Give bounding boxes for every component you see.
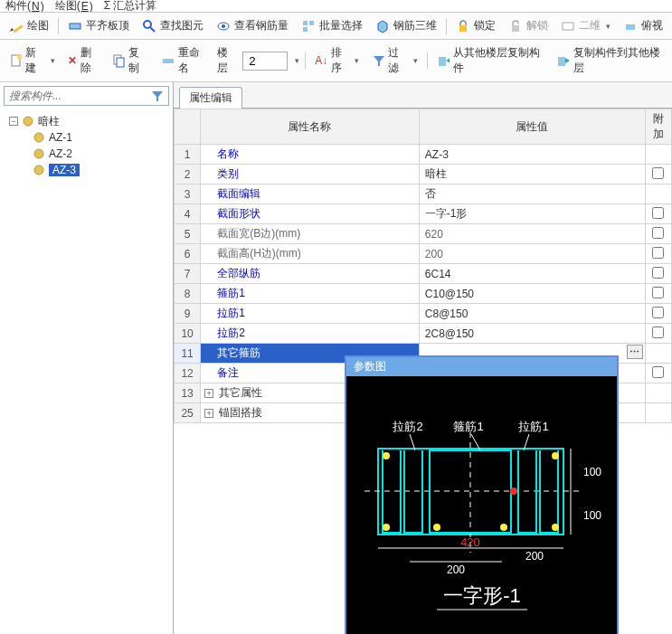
parameter-diagram-popup[interactable]: 参数图 [345,355,619,634]
export-icon [556,53,570,68]
component-tree[interactable]: − 暗柱 AZ-1 AZ-2 AZ-3 [0,109,173,182]
extra-checkbox[interactable] [652,267,664,279]
unlock-button[interactable]: 解锁 [505,16,552,35]
property-name[interactable]: 截面编辑 [201,185,420,204]
property-name[interactable]: 截面宽(B边)(mm) [201,224,420,244]
property-row[interactable]: 3截面编辑否 [175,185,672,204]
tree-root[interactable]: − 暗柱 [2,113,171,129]
batch-select-button[interactable]: 批量选择 [298,16,366,35]
search-input[interactable] [9,90,151,102]
new-button[interactable]: 新建▾ [5,43,59,78]
extra-cell[interactable] [645,224,671,244]
extra-cell[interactable] [645,244,671,264]
property-row[interactable]: 2类别暗柱 [175,165,672,185]
extra-cell[interactable] [645,204,671,224]
search-box[interactable] [4,86,169,106]
extra-cell[interactable] [645,284,671,304]
menu-draw[interactable]: 绘图(E) [55,0,93,12]
property-value[interactable]: 一字-1形 [419,204,645,224]
top-view-button[interactable]: 俯视 [620,16,667,35]
filter-button[interactable]: 过滤▾ [368,43,421,78]
property-name[interactable]: 名称 [201,145,420,165]
menu-bar[interactable]: 构件(N) 绘图(E) Σ 汇总计算 [0,0,672,13]
extra-checkbox[interactable] [652,307,664,318]
copy-from-floor-button[interactable]: 从其他楼层复制构件 [433,43,547,78]
property-row[interactable]: 10拉筋22C8@150 [175,324,672,344]
property-name[interactable]: 拉筋2 [201,324,420,344]
property-value[interactable]: C8@150 [419,304,645,324]
row-number: 3 [175,185,201,204]
extra-cell[interactable] [645,185,671,204]
row-number: 2 [175,165,201,185]
extra-cell[interactable] [645,165,671,185]
property-name[interactable]: 拉筋1 [201,304,420,324]
property-row[interactable]: 5截面宽(B边)(mm)620 [175,224,672,244]
svg-point-6 [222,24,225,28]
property-name[interactable]: 截面高(H边)(mm) [201,244,420,264]
extra-cell[interactable] [645,344,671,364]
align-icon [68,19,82,33]
property-name[interactable]: 箍筋1 [201,284,420,304]
property-value[interactable]: AZ-3 [419,145,645,165]
property-name[interactable]: 全部纵筋 [201,264,420,284]
property-row[interactable]: 1名称AZ-3 [175,145,672,165]
property-row[interactable]: 6截面高(H边)(mm)200 [175,244,672,264]
dropdown-icon[interactable]: ▾ [295,56,299,65]
property-value[interactable]: 620 [419,224,645,244]
floor-select[interactable] [242,52,288,71]
extra-checkbox[interactable] [652,287,664,298]
copy-to-floor-button[interactable]: 复制构件到其他楼层 [553,43,667,78]
tree-item[interactable]: AZ-2 [2,146,171,162]
property-row[interactable]: 4截面形状一字-1形 [175,204,672,224]
extra-checkbox[interactable] [652,167,664,179]
rename-button[interactable]: 重命名 [157,43,212,78]
collapse-icon[interactable]: − [9,117,18,126]
property-row[interactable]: 7全部纵筋6C14 [175,264,672,284]
extra-checkbox[interactable] [652,366,664,378]
sort-button[interactable]: A↓排序▾ [311,43,363,78]
extra-cell[interactable] [645,383,671,403]
extra-cell[interactable] [645,145,671,165]
extra-cell[interactable] [645,403,671,423]
align-slab-button[interactable]: 平齐板顶 [64,16,133,35]
lock-button[interactable]: 锁定 [452,16,499,35]
extra-checkbox[interactable] [652,227,664,239]
copy-button[interactable]: 复制 [109,43,153,78]
property-value[interactable]: 200 [419,244,645,264]
property-row[interactable]: 8箍筋1C10@150 [175,284,672,304]
extra-checkbox[interactable] [652,247,664,259]
extra-cell[interactable] [645,364,671,383]
menu-component[interactable]: 构件(N) [5,0,44,12]
expand-icon[interactable]: + [204,409,213,418]
more-button[interactable]: ⋯ [627,345,643,359]
tab-property-edit[interactable]: 属性编辑 [179,87,242,109]
property-value[interactable]: 否 [419,185,645,204]
extra-cell[interactable] [645,264,671,284]
popup-title[interactable]: 参数图 [346,357,617,376]
property-value[interactable]: 2C8@150 [419,324,645,344]
extra-checkbox[interactable] [652,207,664,219]
row-number: 11 [175,344,201,364]
rebar-3d-button[interactable]: 钢筋三维 [372,16,440,35]
funnel-icon[interactable] [151,90,164,102]
property-value[interactable]: 6C14 [419,264,645,284]
svg-rect-12 [512,25,519,32]
divider [427,52,428,69]
expand-icon[interactable]: + [204,389,213,398]
extra-cell[interactable] [645,304,671,324]
extra-cell[interactable] [645,324,671,344]
draw-button[interactable]: 绘图 [5,16,52,35]
property-name[interactable]: 截面形状 [201,204,420,224]
find-elem-button[interactable]: 查找图元 [138,16,207,35]
extra-checkbox[interactable] [652,326,664,338]
property-value[interactable]: 暗柱 [419,165,645,185]
property-row[interactable]: 9拉筋1C8@150 [175,304,672,324]
property-name[interactable]: 类别 [201,165,420,185]
delete-button[interactable]: ✕删除 [64,43,103,78]
tree-item-selected[interactable]: AZ-3 [2,162,171,178]
view-rebar-button[interactable]: 查看钢筋量 [213,16,292,35]
tree-item[interactable]: AZ-1 [2,129,171,146]
property-value[interactable]: C10@150 [419,284,645,304]
menu-sum[interactable]: Σ 汇总计算 [104,0,157,12]
2d-button[interactable]: 二维▾ [557,16,614,35]
